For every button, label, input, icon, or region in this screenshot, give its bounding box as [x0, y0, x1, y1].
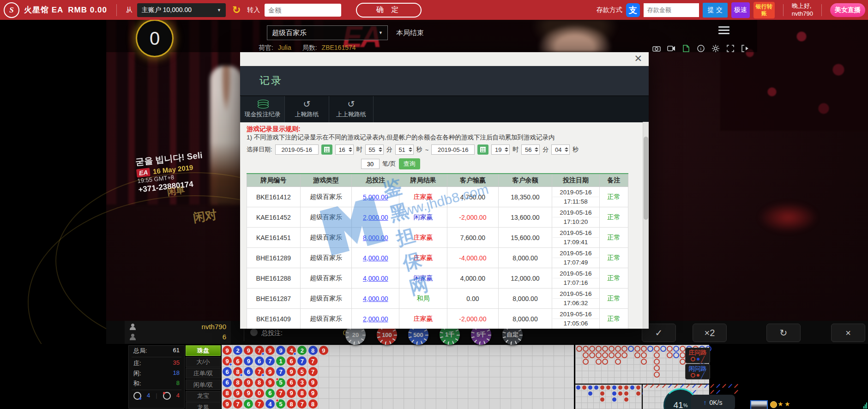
tab-上上靴路纸[interactable]: ↺上上靴路纸: [329, 96, 374, 122]
bead-cell: 7: [276, 367, 285, 376]
column-header: 客户余额: [499, 174, 552, 187]
beauty-live-button[interactable]: 美女直播: [830, 3, 865, 17]
result-cell: 闲家赢: [399, 207, 447, 228]
divider: [116, 4, 117, 16]
menu-icon[interactable]: [718, 26, 729, 35]
refresh-icon[interactable]: ↻: [232, 4, 241, 16]
minute-from-stepper[interactable]: 55: [365, 144, 384, 155]
road-mark: [609, 346, 615, 352]
up-arrow-icon: ↑: [703, 399, 706, 406]
transfer-amount-input[interactable]: [265, 4, 341, 17]
hour-from-stepper[interactable]: 16: [335, 144, 354, 155]
road-type-menu: 珠盘大/小庄单/双闲单/双龙宝龙凤: [186, 345, 221, 409]
settings-gear-icon[interactable]: [711, 44, 720, 53]
date-to-input[interactable]: 2019-05-16: [431, 144, 475, 155]
table-row: BKE161412超级百家乐5,000.00庄家赢4,750.0018,350.…: [247, 187, 628, 207]
repeat-button[interactable]: ↻: [766, 324, 801, 342]
road-menu-龙宝[interactable]: 龙宝: [186, 391, 221, 402]
cancel-button[interactable]: ×: [831, 324, 865, 342]
roadmap-section: 总局:61 庄:35 闲:18 和:8 4 | 4 珠盘大/小庄单/双闲单/双龙…: [0, 344, 868, 409]
submit-deposit-button[interactable]: 提 交: [703, 3, 728, 18]
double-button[interactable]: ×2: [693, 324, 727, 342]
bead-cell: 6: [255, 356, 264, 366]
bank-transfer-button[interactable]: 银行转账: [753, 2, 775, 18]
bet-amount-link[interactable]: 2,000.00: [363, 315, 388, 323]
tab-现金投注纪录[interactable]: 现金投注纪录: [240, 96, 285, 122]
minute-to-stepper[interactable]: 56: [521, 144, 540, 155]
road-menu-大/小[interactable]: 大/小: [186, 357, 221, 367]
road-mark: [576, 385, 580, 390]
bet-amount-link[interactable]: 4,000.00: [363, 275, 388, 282]
deposit-amount-input[interactable]: [644, 3, 699, 17]
game-id-cell: KAE161452: [247, 207, 301, 228]
road-mark: [583, 359, 589, 365]
fullscreen-icon[interactable]: [726, 44, 735, 53]
road-mark: [609, 352, 615, 358]
bead-cell: 9: [223, 346, 232, 355]
bet-amount-link[interactable]: 5,000.00: [363, 193, 388, 201]
road-mark: [673, 346, 679, 352]
bead-cell: 8: [287, 399, 296, 409]
ask-banker-road-button[interactable]: 庄问路 ╱: [685, 348, 710, 363]
game-type-cell: 超级百家乐: [300, 187, 352, 207]
road-menu-珠盘[interactable]: 珠盘: [186, 345, 221, 356]
round-status: 本局结束: [396, 29, 424, 37]
status-cell: 正常: [600, 309, 628, 329]
road-mark: [716, 384, 720, 388]
countdown-timer: 0: [137, 21, 172, 56]
bet-date-cell: 2019-05-1617:09:41: [552, 228, 599, 248]
column-header: 投注日期: [552, 174, 599, 187]
bet-amount-link[interactable]: 2,000.00: [363, 214, 388, 221]
per-page-input[interactable]: [361, 159, 380, 169]
road-mark: [612, 385, 616, 390]
result-cell: 庄家赢: [399, 248, 447, 268]
bead-cell: 9: [265, 367, 275, 376]
road-menu-闲单/双[interactable]: 闲单/双: [186, 379, 221, 390]
modal-scrollbar[interactable]: [643, 122, 649, 329]
exit-icon[interactable]: [741, 44, 750, 53]
bet-amount-link[interactable]: 4,000.00: [363, 254, 388, 262]
road-mark: [647, 346, 653, 352]
hour-to-stepper[interactable]: 19: [491, 144, 510, 155]
bead-cell: 8: [308, 399, 318, 409]
account-dropdown[interactable]: 主账户 10,000.00▼: [137, 3, 226, 17]
road-mark: [644, 384, 648, 388]
road-mark: [654, 365, 660, 371]
alipay-icon[interactable]: 支: [626, 3, 640, 17]
calendar-icon[interactable]: [321, 144, 332, 155]
bead-cell: 1: [276, 356, 285, 366]
ask-player-road-button[interactable]: 闲问路 ╱: [685, 364, 710, 379]
bead-cell: 6: [287, 378, 296, 387]
round-id: ZBE161574: [322, 44, 356, 52]
road-mark: [582, 385, 586, 390]
info-icon[interactable]: i: [696, 44, 705, 53]
app-root: S 火星馆 EA RMB 0.00 从 主账户 10,000.00▼ ↻ 转入 …: [0, 0, 868, 409]
scrollbar-thumb[interactable]: [644, 137, 648, 220]
road-mark: [615, 352, 621, 358]
date-from-input[interactable]: 2019-05-16: [275, 144, 319, 155]
calendar-icon[interactable]: [477, 144, 488, 155]
tab-label: 现金投注纪录: [245, 110, 281, 119]
tab-上靴路纸[interactable]: ↺上靴路纸: [285, 96, 329, 122]
game-select-dropdown[interactable]: 超级百家乐▼: [267, 25, 388, 40]
road-mark: [606, 385, 610, 390]
second-to-stepper[interactable]: 04: [551, 144, 570, 155]
road-mark: [596, 352, 602, 358]
dealer-avatar-thumbnail[interactable]: [750, 400, 768, 409]
second-from-stepper[interactable]: 51: [395, 144, 414, 155]
video-camera-icon[interactable]: [667, 44, 676, 53]
road-mark: [583, 352, 589, 358]
bead-cell: 9: [276, 346, 285, 355]
bet-amount-link[interactable]: 4,000.00: [363, 295, 388, 302]
road-mark: [589, 352, 595, 358]
road-menu-龙凤[interactable]: 龙凤: [186, 402, 221, 409]
express-deposit-button[interactable]: 极速: [731, 2, 750, 18]
user-greeting: 晚上好,nvth790: [792, 2, 813, 18]
search-button[interactable]: 查询: [399, 158, 420, 169]
bet-amount-link[interactable]: 8,000.00: [363, 234, 388, 241]
confirm-transfer-button[interactable]: 确 定: [356, 3, 422, 18]
camera-icon[interactable]: [652, 44, 661, 53]
document-icon[interactable]: [681, 44, 691, 53]
road-menu-庄单/双[interactable]: 庄单/双: [186, 368, 221, 379]
close-icon[interactable]: ✕: [634, 53, 642, 64]
